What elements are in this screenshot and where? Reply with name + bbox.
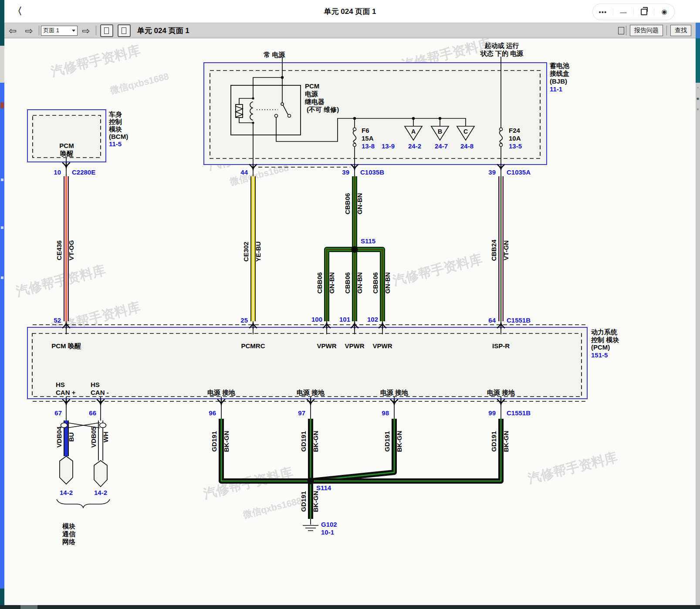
connector-c2280e: C2280E bbox=[72, 168, 95, 176]
pcm-name-2: 控制 模块 bbox=[591, 336, 619, 343]
document-icon[interactable] bbox=[618, 27, 624, 34]
bcm-name-2: 控制 bbox=[108, 118, 122, 125]
chevron-right-icon[interactable]: › bbox=[696, 86, 700, 90]
color-wh: WH bbox=[102, 432, 109, 443]
pcm-pin-vpwr: VPWR bbox=[345, 342, 365, 350]
color-bu: BU bbox=[68, 432, 75, 442]
relay-label-4: (不可 维修) bbox=[307, 106, 339, 113]
pcm-pin-ground: 电源 接地 bbox=[207, 389, 235, 396]
minimize-icon[interactable]: — bbox=[613, 4, 633, 20]
circuit-gd191: GD191 bbox=[300, 491, 307, 512]
ground-g102-page: 10-1 bbox=[321, 528, 334, 536]
offpage-arrows bbox=[60, 456, 107, 487]
triangle-b-page: 24-7 bbox=[435, 142, 448, 150]
next-page-button[interactable]: ⇨ bbox=[21, 26, 37, 35]
page-select[interactable]: 页面 1 bbox=[41, 26, 78, 36]
color-gn-bn: GN-BN bbox=[328, 272, 335, 293]
divider bbox=[39, 26, 39, 35]
pin-100: 100 bbox=[311, 316, 322, 323]
offpage-14-2: 14-2 bbox=[94, 489, 107, 496]
bcm-name-1: 车身 bbox=[108, 111, 122, 118]
divider bbox=[666, 26, 667, 35]
bjb-name-2: 接线盒 bbox=[549, 70, 569, 77]
more-icon[interactable]: ••• bbox=[593, 4, 613, 20]
circuit-ce436: CE436 bbox=[55, 240, 63, 260]
splice-s115-label: S115 bbox=[361, 237, 375, 245]
relay-label-1: PCM bbox=[305, 82, 319, 90]
circuit-gd191: GD191 bbox=[210, 431, 218, 452]
bcm-inner-label-1: PCM bbox=[59, 142, 74, 149]
pcm-pin-hs2: HS bbox=[91, 381, 100, 388]
view-mode-button-1[interactable] bbox=[100, 24, 113, 37]
page-select-value: 页面 1 bbox=[43, 27, 59, 34]
pcm-pin-can-plus: CAN + bbox=[56, 389, 76, 396]
pin-99: 99 bbox=[488, 409, 496, 417]
circuit-cbb06: CBB06 bbox=[316, 272, 323, 293]
menu-small-icon[interactable]: ≡ bbox=[696, 108, 700, 111]
circuit-cbb06: CBB06 bbox=[344, 272, 351, 293]
circuit-ce302: CE302 bbox=[242, 242, 250, 262]
ground-symbol-g102 bbox=[303, 519, 318, 531]
view-mode-button-2[interactable] bbox=[118, 24, 131, 37]
color-bk-gn: BK-GN bbox=[312, 431, 319, 452]
network-label-3: 网络 bbox=[62, 538, 76, 545]
connector-c1035b: C1035B bbox=[360, 168, 384, 176]
fuse-f24-rating: 10A bbox=[509, 135, 521, 142]
fuse-f6-name: F6 bbox=[362, 127, 369, 134]
label-constant-power: 常 电源 bbox=[263, 51, 285, 58]
color-bk-gn: BK-GN bbox=[502, 431, 510, 452]
connector-c1551b: C1551B bbox=[507, 316, 531, 324]
fuse-f6-page-2: 13-9 bbox=[382, 142, 395, 150]
network-label-2: 通信 bbox=[62, 530, 76, 538]
go-page-button[interactable]: ⇨ bbox=[78, 26, 94, 35]
pin-101: 101 bbox=[339, 316, 350, 323]
fuse-f24-page: 13-5 bbox=[509, 142, 522, 150]
relay-label-3: 继电器 bbox=[304, 98, 325, 105]
bjb-page-ref: 11-1 bbox=[550, 85, 562, 93]
ground-g102: G102 bbox=[321, 521, 337, 528]
pin-96: 96 bbox=[209, 409, 216, 417]
connector-c1035a: C1035A bbox=[507, 168, 531, 176]
left-edge-teal bbox=[0, 0, 4, 46]
report-problem-button[interactable]: 报告问题 bbox=[630, 25, 663, 36]
background-window-right-edge: › ◉ ≡ bbox=[696, 23, 700, 609]
watermark-text: 汽修帮手资料库 bbox=[526, 450, 619, 486]
circuit-vdb05: VDB05 bbox=[90, 427, 97, 447]
pin-64: 64 bbox=[488, 316, 496, 324]
target-small-icon[interactable]: ◉ bbox=[696, 97, 700, 101]
triangle-a-page: 24-2 bbox=[408, 142, 421, 150]
page-icon bbox=[122, 27, 126, 34]
pcm-name-3: (PCM) bbox=[591, 343, 610, 351]
label-run-power-1: 起动或 运行 bbox=[484, 42, 519, 49]
watermark-text: 微信qxbs1688 bbox=[108, 71, 169, 95]
page-icon bbox=[104, 27, 109, 34]
pin-52: 52 bbox=[54, 316, 61, 324]
color-bk-gn: BK-GN bbox=[396, 431, 403, 452]
prev-page-button[interactable]: ⇦ bbox=[4, 26, 21, 35]
wire-gd191-bk-gn bbox=[221, 419, 501, 519]
circuit-vdb04: VDB04 bbox=[55, 426, 63, 447]
pin-44: 44 bbox=[240, 168, 248, 176]
pcm-pin-vpwr: VPWR bbox=[373, 342, 392, 350]
label-run-power-2: 状态 下的 电源 bbox=[480, 50, 524, 57]
wire-cbb06-gn-bn bbox=[327, 176, 382, 321]
pcm-bottom-pin-lines bbox=[66, 397, 501, 421]
color-bk-gn: BK-GN bbox=[312, 491, 319, 512]
pin-66: 66 bbox=[89, 409, 96, 417]
left-edge-icon bbox=[1, 178, 3, 181]
restore-icon[interactable] bbox=[634, 4, 654, 20]
bjb-box bbox=[204, 63, 547, 165]
left-edge-icon bbox=[1, 276, 3, 279]
find-button[interactable]: 查找 bbox=[670, 25, 691, 36]
circuit-gd191: GD191 bbox=[490, 431, 497, 452]
pcm-pin-ispr: ISP-R bbox=[492, 342, 510, 350]
color-ye-bu: YE-BU bbox=[254, 242, 262, 262]
watermark-text: 汽修帮手资料库 bbox=[49, 43, 142, 79]
pcm-name-1: 动力系统 bbox=[591, 328, 618, 336]
circuit-cbb24: CBB24 bbox=[490, 239, 497, 261]
offpage-14-2: 14-2 bbox=[60, 489, 73, 496]
pcm-page-ref: 151-5 bbox=[591, 351, 608, 359]
bcm-page-ref: 11-5 bbox=[109, 140, 122, 148]
splice-s114-dot bbox=[308, 478, 314, 485]
target-icon[interactable]: ◉ bbox=[654, 4, 674, 20]
